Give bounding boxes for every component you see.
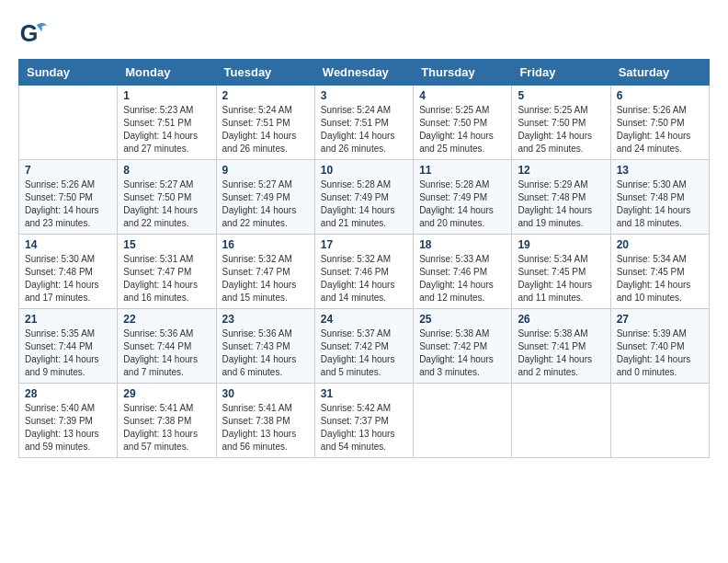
- calendar-cell: 6Sunrise: 5:26 AM Sunset: 7:50 PM Daylig…: [610, 86, 709, 160]
- cell-content: Sunrise: 5:27 AM Sunset: 7:49 PM Dayligh…: [222, 178, 309, 230]
- cell-content: Sunrise: 5:36 AM Sunset: 7:43 PM Dayligh…: [222, 327, 309, 379]
- day-number: 30: [222, 387, 309, 400]
- cell-content: Sunrise: 5:23 AM Sunset: 7:51 PM Dayligh…: [123, 104, 210, 155]
- day-number: 21: [25, 313, 111, 326]
- day-number: 16: [222, 238, 309, 251]
- day-number: 2: [222, 89, 309, 102]
- cell-content: Sunrise: 5:41 AM Sunset: 7:38 PM Dayligh…: [123, 402, 210, 454]
- calendar-cell: [414, 384, 512, 458]
- cell-content: Sunrise: 5:34 AM Sunset: 7:45 PM Dayligh…: [518, 253, 604, 304]
- calendar-body: 1Sunrise: 5:23 AM Sunset: 7:51 PM Daylig…: [19, 86, 710, 458]
- day-number: 12: [518, 164, 604, 177]
- calendar-cell: 16Sunrise: 5:32 AM Sunset: 7:47 PM Dayli…: [216, 235, 314, 309]
- cell-content: Sunrise: 5:25 AM Sunset: 7:50 PM Dayligh…: [419, 104, 506, 155]
- calendar-cell: [19, 86, 118, 160]
- calendar-cell: 4Sunrise: 5:25 AM Sunset: 7:50 PM Daylig…: [414, 86, 512, 160]
- calendar-cell: 7Sunrise: 5:26 AM Sunset: 7:50 PM Daylig…: [19, 160, 118, 235]
- svg-text:G: G: [20, 20, 39, 46]
- week-row-3: 14Sunrise: 5:30 AM Sunset: 7:48 PM Dayli…: [19, 235, 710, 309]
- cell-content: Sunrise: 5:36 AM Sunset: 7:44 PM Dayligh…: [123, 327, 210, 379]
- day-number: 14: [25, 238, 111, 251]
- calendar-cell: 11Sunrise: 5:28 AM Sunset: 7:49 PM Dayli…: [414, 160, 512, 235]
- day-number: 15: [123, 238, 210, 251]
- week-row-2: 7Sunrise: 5:26 AM Sunset: 7:50 PM Daylig…: [19, 160, 710, 235]
- day-number: 29: [123, 387, 210, 400]
- cell-content: Sunrise: 5:31 AM Sunset: 7:47 PM Dayligh…: [123, 253, 210, 304]
- day-header-sunday: Sunday: [19, 60, 118, 86]
- week-row-5: 28Sunrise: 5:40 AM Sunset: 7:39 PM Dayli…: [19, 384, 710, 458]
- cell-content: Sunrise: 5:30 AM Sunset: 7:48 PM Dayligh…: [25, 253, 111, 304]
- day-header-wednesday: Wednesday: [314, 60, 413, 86]
- cell-content: Sunrise: 5:35 AM Sunset: 7:44 PM Dayligh…: [25, 327, 111, 379]
- day-number: 17: [321, 238, 407, 251]
- day-header-tuesday: Tuesday: [216, 60, 314, 86]
- cell-content: Sunrise: 5:24 AM Sunset: 7:51 PM Dayligh…: [222, 104, 309, 155]
- day-number: 22: [123, 313, 210, 326]
- cell-content: Sunrise: 5:34 AM Sunset: 7:45 PM Dayligh…: [617, 253, 703, 304]
- calendar-cell: 25Sunrise: 5:38 AM Sunset: 7:42 PM Dayli…: [414, 309, 512, 384]
- header-row: SundayMondayTuesdayWednesdayThursdayFrid…: [19, 60, 710, 86]
- day-header-thursday: Thursday: [414, 60, 512, 86]
- day-number: 10: [321, 164, 407, 177]
- calendar-cell: 29Sunrise: 5:41 AM Sunset: 7:38 PM Dayli…: [118, 384, 216, 458]
- calendar-cell: 15Sunrise: 5:31 AM Sunset: 7:47 PM Dayli…: [118, 235, 216, 309]
- cell-content: Sunrise: 5:28 AM Sunset: 7:49 PM Dayligh…: [321, 178, 407, 230]
- day-number: 6: [617, 89, 703, 102]
- calendar-cell: 1Sunrise: 5:23 AM Sunset: 7:51 PM Daylig…: [118, 86, 216, 160]
- cell-content: Sunrise: 5:24 AM Sunset: 7:51 PM Dayligh…: [321, 104, 407, 155]
- cell-content: Sunrise: 5:38 AM Sunset: 7:41 PM Dayligh…: [518, 327, 604, 379]
- day-number: 5: [518, 89, 604, 102]
- calendar-cell: 8Sunrise: 5:27 AM Sunset: 7:50 PM Daylig…: [118, 160, 216, 235]
- day-number: 13: [617, 164, 703, 177]
- calendar-cell: 23Sunrise: 5:36 AM Sunset: 7:43 PM Dayli…: [216, 309, 314, 384]
- day-number: 4: [419, 89, 506, 102]
- day-number: 3: [321, 89, 407, 102]
- calendar-cell: [610, 384, 709, 458]
- day-number: 20: [617, 238, 703, 251]
- day-number: 11: [419, 164, 506, 177]
- day-header-saturday: Saturday: [610, 60, 709, 86]
- day-number: 7: [25, 164, 111, 177]
- cell-content: Sunrise: 5:27 AM Sunset: 7:50 PM Dayligh…: [123, 178, 210, 230]
- calendar-cell: 26Sunrise: 5:38 AM Sunset: 7:41 PM Dayli…: [512, 309, 610, 384]
- calendar-cell: 19Sunrise: 5:34 AM Sunset: 7:45 PM Dayli…: [512, 235, 610, 309]
- day-number: 31: [321, 387, 407, 400]
- week-row-1: 1Sunrise: 5:23 AM Sunset: 7:51 PM Daylig…: [19, 86, 710, 160]
- calendar-cell: 28Sunrise: 5:40 AM Sunset: 7:39 PM Dayli…: [19, 384, 118, 458]
- cell-content: Sunrise: 5:37 AM Sunset: 7:42 PM Dayligh…: [321, 327, 407, 379]
- cell-content: Sunrise: 5:26 AM Sunset: 7:50 PM Dayligh…: [25, 178, 111, 230]
- cell-content: Sunrise: 5:25 AM Sunset: 7:50 PM Dayligh…: [518, 104, 604, 155]
- cell-content: Sunrise: 5:40 AM Sunset: 7:39 PM Dayligh…: [25, 402, 111, 454]
- cell-content: Sunrise: 5:26 AM Sunset: 7:50 PM Dayligh…: [617, 104, 703, 155]
- day-number: 26: [518, 313, 604, 326]
- day-number: 19: [518, 238, 604, 251]
- day-number: 27: [617, 313, 703, 326]
- calendar-cell: 24Sunrise: 5:37 AM Sunset: 7:42 PM Dayli…: [314, 309, 413, 384]
- calendar-cell: 21Sunrise: 5:35 AM Sunset: 7:44 PM Dayli…: [19, 309, 118, 384]
- cell-content: Sunrise: 5:30 AM Sunset: 7:48 PM Dayligh…: [617, 178, 703, 230]
- calendar-table: SundayMondayTuesdayWednesdayThursdayFrid…: [18, 59, 710, 458]
- calendar-cell: [512, 384, 610, 458]
- calendar-cell: 9Sunrise: 5:27 AM Sunset: 7:49 PM Daylig…: [216, 160, 314, 235]
- day-number: 9: [222, 164, 309, 177]
- day-header-friday: Friday: [512, 60, 610, 86]
- calendar-cell: 30Sunrise: 5:41 AM Sunset: 7:38 PM Dayli…: [216, 384, 314, 458]
- calendar-cell: 5Sunrise: 5:25 AM Sunset: 7:50 PM Daylig…: [512, 86, 610, 160]
- cell-content: Sunrise: 5:41 AM Sunset: 7:38 PM Dayligh…: [222, 402, 309, 454]
- day-number: 18: [419, 238, 506, 251]
- calendar-cell: 10Sunrise: 5:28 AM Sunset: 7:49 PM Dayli…: [314, 160, 413, 235]
- calendar-cell: 12Sunrise: 5:29 AM Sunset: 7:48 PM Dayli…: [512, 160, 610, 235]
- day-number: 8: [123, 164, 210, 177]
- cell-content: Sunrise: 5:42 AM Sunset: 7:37 PM Dayligh…: [321, 402, 407, 454]
- calendar-cell: 22Sunrise: 5:36 AM Sunset: 7:44 PM Dayli…: [118, 309, 216, 384]
- cell-content: Sunrise: 5:28 AM Sunset: 7:49 PM Dayligh…: [419, 178, 506, 230]
- page-header: G: [18, 18, 710, 52]
- calendar-cell: 20Sunrise: 5:34 AM Sunset: 7:45 PM Dayli…: [610, 235, 709, 309]
- day-number: 23: [222, 313, 309, 326]
- calendar-cell: 17Sunrise: 5:32 AM Sunset: 7:46 PM Dayli…: [314, 235, 413, 309]
- calendar-cell: 2Sunrise: 5:24 AM Sunset: 7:51 PM Daylig…: [216, 86, 314, 160]
- cell-content: Sunrise: 5:38 AM Sunset: 7:42 PM Dayligh…: [419, 327, 506, 379]
- logo: G: [18, 18, 53, 52]
- cell-content: Sunrise: 5:32 AM Sunset: 7:46 PM Dayligh…: [321, 253, 407, 304]
- calendar-cell: 3Sunrise: 5:24 AM Sunset: 7:51 PM Daylig…: [314, 86, 413, 160]
